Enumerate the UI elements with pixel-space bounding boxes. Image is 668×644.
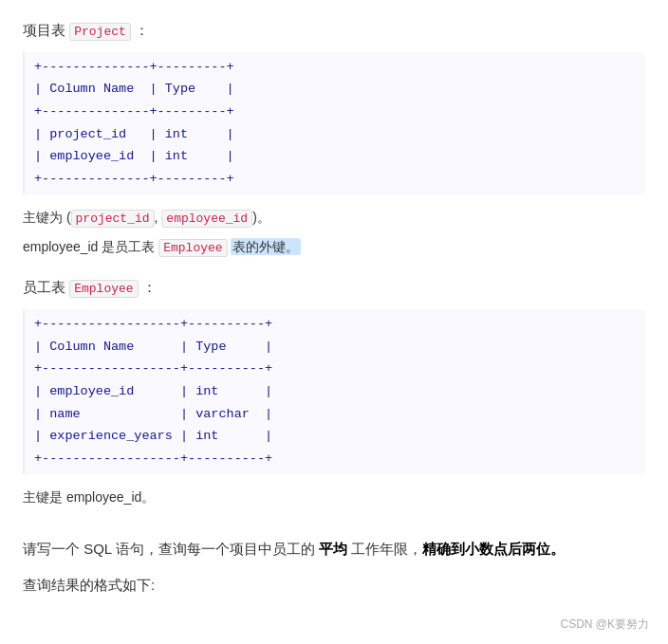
project-title-code: Project [69, 23, 131, 41]
hint-text: 查询结果的格式如下: [23, 577, 155, 593]
project-section: 项目表 Project ： +--------------+---------+… [23, 19, 645, 259]
employee-row1: | employee_id | int | [34, 384, 272, 398]
project-title: 项目表 Project ： [23, 19, 645, 43]
employee-title-suffix: ： [142, 279, 157, 295]
project-table-block: +--------------+---------+ | Column Name… [23, 52, 645, 194]
employee-table-content: +------------------+----------+ | Column… [34, 313, 636, 469]
watermark-text: CSDN @K要努力 [560, 617, 649, 631]
employee-title-text: 员工表 [23, 279, 65, 295]
question-mid: 工作年限， [347, 541, 422, 557]
project-border2: +--------------+---------+ [34, 104, 234, 119]
question-bold-precision: 精确到小数点后两位。 [422, 541, 565, 557]
employee-title-code: Employee [69, 280, 138, 298]
query-format-hint: 查询结果的格式如下: [23, 572, 645, 599]
employee-section: 员工表 Employee ： +------------------+-----… [23, 276, 645, 508]
employee-border2: +------------------+----------+ [34, 361, 272, 376]
employee-primary-key-note: 主键是 employee_id。 [23, 489, 155, 505]
project-row1: | project_id | int | [34, 127, 234, 141]
employee-title: 员工表 Employee ： [23, 276, 645, 300]
project-border3: +--------------+---------+ [34, 172, 234, 186]
project-title-suffix: ： [135, 22, 149, 38]
project-key2-code: employee_id [161, 210, 252, 228]
question-prefix: 请写一个 SQL 语句，查询每一个项目中员工的 [23, 541, 319, 557]
employee-header: | Column Name | Type | [34, 340, 272, 354]
question-bold-avg: 平均 [319, 541, 347, 557]
employee-row2: | name | varchar | [34, 407, 272, 421]
employee-table-block: +------------------+----------+ | Column… [23, 309, 645, 473]
employee-row3: | experience_years | int | [34, 429, 272, 443]
project-key1-code: project_id [71, 210, 155, 228]
foreign-key-highlight: 表的外键。 [231, 238, 301, 255]
project-note2: employee_id 是员工表 Employee 表的外键。 [23, 235, 645, 259]
project-note1: 主键为 (project_id, employee_id)。 [23, 206, 645, 230]
question-section: 请写一个 SQL 语句，查询每一个项目中员工的 平均 工作年限，精确到小数点后两… [23, 536, 645, 599]
project-table-content: +--------------+---------+ | Column Name… [34, 56, 636, 191]
project-title-text: 项目表 [23, 22, 65, 38]
employee-border3: +------------------+----------+ [34, 451, 272, 466]
project-header: | Column Name | Type | [34, 82, 234, 96]
watermark: CSDN @K要努力 [560, 616, 649, 633]
project-border1: +--------------+---------+ [34, 60, 234, 74]
employee-note1: 主键是 employee_id。 [23, 486, 645, 509]
employee-border1: +------------------+----------+ [34, 317, 272, 331]
project-row2: | employee_id | int | [34, 149, 234, 163]
question-text: 请写一个 SQL 语句，查询每一个项目中员工的 平均 工作年限，精确到小数点后两… [23, 536, 645, 563]
employee-ref-code: Employee [158, 239, 227, 257]
